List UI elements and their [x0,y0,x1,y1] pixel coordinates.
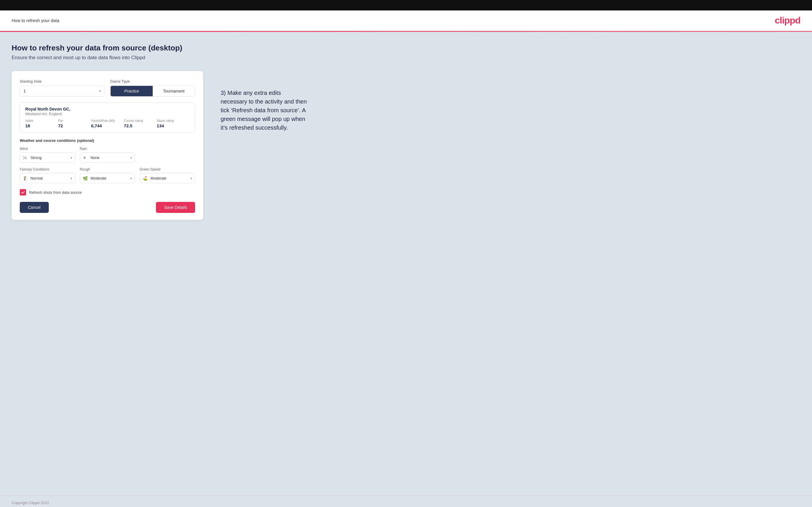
form-card: Starting Hole 1 10 Game Type Practice To… [12,71,203,220]
game-type-buttons: Practice Tournament [110,86,195,97]
rough-group: Rough 🌿 Moderate Light Heavy [80,167,135,183]
fairway-label: Fairway Conditions [20,167,75,171]
course-name: Royal North Devon GC, [25,107,190,111]
yards-stat: Yards/White (M)) 6,744 [91,119,124,128]
wind-group: Wind 🌬 Strong Light None [20,147,75,163]
starting-hole-group: Starting Hole 1 10 [20,79,104,97]
content-row: Starting Hole 1 10 Game Type Practice To… [12,71,800,220]
rough-label: Rough [80,167,135,171]
wind-select-wrapper: 🌬 Strong Light None [20,153,75,163]
course-rating-value: 72.5 [124,123,157,128]
footer: Copyright Clippd 2022 [0,496,812,507]
refresh-label: Refresh shots from data source [29,190,82,194]
course-rating-label: Course rating [124,119,157,122]
slope-rating-label: Slope rating [157,119,190,122]
holes-value: 18 [25,123,58,128]
rough-icon: 🌿 [83,176,88,181]
course-info-box: Royal North Devon GC, Westward Ho!, Engl… [20,102,195,132]
rain-group: Rain ☀ None Light Heavy [80,147,135,163]
starting-hole-label: Starting Hole [20,79,104,83]
par-value: 72 [58,123,91,128]
game-type-group: Game Type Practice Tournament [110,79,195,97]
copyright: Copyright Clippd 2022 [12,501,49,505]
page-subtitle: Ensure the correct and most up to date d… [12,55,800,61]
rain-icon: ☀ [83,156,87,160]
rough-select-wrapper: 🌿 Moderate Light Heavy [80,173,135,183]
course-rating-stat: Course rating 72.5 [124,119,157,128]
wind-select[interactable]: Strong Light None [20,153,75,163]
starting-hole-select-wrapper: 1 10 [20,86,104,97]
logo: clippd [775,15,800,26]
holes-stat: Holes 18 [25,119,58,128]
wind-icon: 🌬 [22,156,27,160]
wind-rain-row: Wind 🌬 Strong Light None Rain ☀ [20,147,195,163]
green-speed-select[interactable]: Moderate Fast Slow [140,173,195,183]
conditions-section-label: Weather and course conditions (optional) [20,138,195,143]
header-title: How to refresh your data [12,18,59,23]
green-speed-group: Green Speed ⛳ Moderate Fast Slow [140,167,195,183]
side-description-text: 3) Make any extra edits necessary to the… [221,89,308,132]
fairway-group: Fairway Conditions 🏌 Normal Soft Hard [20,167,75,183]
save-button[interactable]: Save Details [156,202,195,213]
refresh-checkbox[interactable] [20,189,26,195]
wind-label: Wind [20,147,75,151]
rain-select[interactable]: None Light Heavy [80,153,135,163]
practice-button[interactable]: Practice [111,86,153,96]
holes-label: Holes [25,119,58,122]
page-title: How to refresh your data from source (de… [12,44,800,53]
yards-value: 6,744 [91,123,124,128]
par-label: Par [58,119,91,122]
fairway-select[interactable]: Normal Soft Hard [20,173,75,183]
side-description: 3) Make any extra edits necessary to the… [221,71,308,132]
slope-rating-value: 134 [157,123,190,128]
cancel-button[interactable]: Cancel [20,202,49,213]
green-speed-select-wrapper: ⛳ Moderate Fast Slow [140,173,195,183]
rain-label: Rain [80,147,135,151]
top-bar [0,0,812,10]
refresh-row: Refresh shots from data source [20,189,195,195]
tournament-button[interactable]: Tournament [153,86,195,96]
fairway-select-wrapper: 🏌 Normal Soft Hard [20,173,75,183]
rough-select[interactable]: Moderate Light Heavy [80,173,135,183]
header: How to refresh your data clippd [0,10,812,31]
yards-label: Yards/White (M)) [91,119,124,122]
button-row: Cancel Save Details [20,202,195,213]
course-stats: Holes 18 Par 72 Yards/White (M)) 6,744 C… [25,119,190,128]
green-speed-label: Green Speed [140,167,195,171]
slope-rating-stat: Slope rating 134 [157,119,190,128]
fairway-rough-green-row: Fairway Conditions 🏌 Normal Soft Hard Ro… [20,167,195,183]
green-speed-icon: ⛳ [143,176,148,181]
course-location: Westward Ho!, England [25,112,190,116]
par-stat: Par 72 [58,119,91,128]
fairway-icon: 🏌 [22,176,28,181]
main-content: How to refresh your data from source (de… [0,32,812,496]
top-form-row: Starting Hole 1 10 Game Type Practice To… [20,79,195,97]
starting-hole-select[interactable]: 1 10 [20,86,104,97]
rain-select-wrapper: ☀ None Light Heavy [80,153,135,163]
game-type-label: Game Type [110,79,195,83]
